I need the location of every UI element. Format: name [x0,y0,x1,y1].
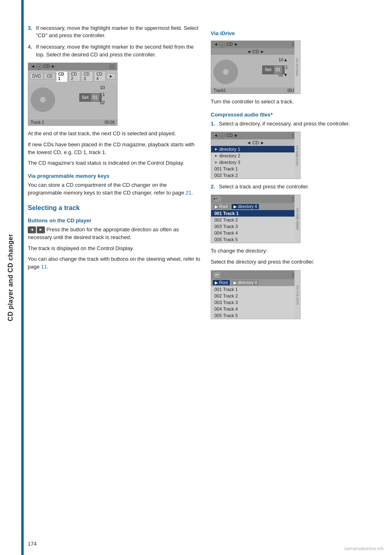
idrive-nav-row: ◄ CD ► [211,48,300,55]
cd-screen-bottom: Track 1 00:00 [28,119,117,125]
dir-sub-cd: ◄ CD ► [211,139,300,146]
compressed-step-1: 1. Select a directory, if necessary, and… [211,120,384,128]
idrive-num-10: 10▲ [278,56,288,64]
buttons-text-2: The track is displayed on the Control Di… [28,245,201,253]
two-column-layout: 3. If necessary, move the highlight mark… [28,25,384,323]
track2-row-5: 005 Track 5 [211,312,300,319]
idrive-numbers: 10▲ 11 Set 01 02▼ [278,56,288,79]
step-3: 3. If necessary, move the highlight mark… [28,25,201,39]
cd-disc-image [31,87,55,112]
step-4-num: 4. [28,43,33,58]
track-back-icon: ↩ [214,196,221,202]
track-row-3: 003 Track 3 [211,223,300,230]
dir-label-2: directory 2 [219,153,240,158]
dir-label-3: directory 3 [219,160,240,165]
selecting-track-heading: Selecting a track [28,204,201,212]
track-vertical-text-2: VS-TV1-2270 [296,285,299,304]
dir-top-left: ◄ CD ► [214,133,238,139]
dir-row-2: ► directory 2 [211,152,300,159]
cd-tab-dvd: DVD [30,73,43,79]
track2-row-1: 001 Track 1 [211,286,300,293]
buttons-period: . [47,264,49,270]
idrive-set-label: Set [265,66,272,74]
via-prog-text: You can store a CD compartment of the CD… [28,181,201,197]
dir-vertical-text: VS-N4B-5703 [296,145,299,165]
dir-icon [219,133,225,139]
cd-tab-cd: CD [44,73,55,79]
track-screen-2: ↩ ▶ Root ▶ directory 4 001 Track 1 002 T… [211,270,301,319]
via-prog-text-main: You can store a CD compartment of the CD… [28,182,184,196]
dir-label-1: directory 1 [219,147,240,152]
cd-num-10: 10 [100,84,105,92]
prev-btn[interactable]: ◄ [28,226,36,233]
step-3-text: If necessary, move the highlight marker … [36,25,201,39]
compressed-step-2: 2. Select a track and press the controll… [211,183,384,190]
dir-label-4: 001 Track 1 [214,166,238,171]
step-3-num: 3. [28,25,33,39]
idrive-track-label: Track1 [214,88,226,93]
dir-row-1: ► directory 1 [211,146,300,152]
track-row-5: 005 Track 5 [211,236,300,243]
change-dir-text-1: To change the directory: [211,247,384,255]
track-row-1: 001 Track 1 [211,210,300,217]
track-vertical-label-1: VS-N4B-4988S [294,195,300,243]
via-prog-page-link[interactable]: 21 [186,190,192,196]
track-screen-1-top: ↩ [211,195,300,203]
track2-back-icon: ↩ [214,272,220,278]
dir-screen-1-top: ◄ CD ► [211,132,300,139]
track-row-2: 002 Track 2 [211,217,300,223]
cd-tab-row: DVD CD CD 1 CD 2 CD 3 CD 4 ► [28,70,117,83]
track-vertical-label-2: VS-TV1-2270 [294,271,300,319]
dir-row-3: ► directory 3 [211,159,300,166]
cd-icon [36,64,42,69]
compressed-step-2-text: Select a track and press the controller. [219,183,384,190]
breadcrumb-dir4-1: ▶ directory 4 [232,204,259,209]
dir-vertical-label: VS-N4B-5703 [294,132,300,179]
breadcrumb-root-2: ▶ Root [213,280,230,285]
buttons-heading: Buttons on the CD player [28,217,201,224]
track2-row-3: 003 Track 3 [211,299,300,306]
via-idrive-heading: Via iDrive [211,30,384,36]
buttons-page-link[interactable]: 11 [41,264,47,270]
track-screen-1: ↩ ▶ Root ▶ directory 4 001 Track 1 002 T… [211,195,301,243]
dir-row-4: 001 Track 1 [211,166,300,172]
sidebar: CD player and CD changer [0,0,21,555]
idrive-top-left: ◄ CD ► [214,42,238,47]
idrive-top-bar: ◄ CD ► [211,41,300,48]
track-row-4: 004 Track 4 [211,230,300,236]
track-breadcrumb-1: ▶ Root ▶ directory 4 [211,203,300,210]
track-breadcrumb-2: ▶ Root ▶ directory 4 [211,279,300,286]
dir-arrow-3: ► [214,160,218,164]
dir-row-5: 002 Track 2 [211,172,300,179]
cd-set-row: Set 01 [79,93,102,102]
cd-screen-idrive: ◄ CD ► ◄ CD ► 10▲ 11 Set 01 02 [211,40,301,94]
buttons-nav-text: ◄ ► Press the button for the appropriate… [28,226,201,242]
step-4: 4. If necessary, move the highlight mark… [28,43,201,58]
cd-top-right-icon [109,64,115,69]
buttons-text-3: You can also change the track with butto… [28,255,201,271]
cd-screen-body: 10 11 Set 01 02 [28,83,117,119]
via-prog-heading: Via programmable memory keys [28,173,201,179]
idrive-bottom: Track1 00:00 [211,87,300,94]
watermark: carmanualsonline.info [344,546,384,551]
cd-time: 00:00 [105,120,115,125]
left-column: 3. If necessary, move the highlight mark… [28,25,201,323]
main-content: 3. If necessary, move the highlight mark… [28,25,384,530]
idrive-body: 10▲ 11 Set 01 02▼ [211,55,300,87]
para-2: If new CDs have been placed in the CD ma… [28,141,201,157]
cd-tab-more: ► [107,73,116,79]
cd-set-value: 01 [91,94,99,102]
cd-tab-cd2: CD 2 [69,71,80,82]
idrive-vertical-text: VS-S172001 [296,58,299,76]
idrive-icon [219,42,225,47]
turn-controller-text: Turn the controller to select a track. [211,98,384,106]
cd-set-label: Set [82,94,89,101]
step-4-text: If necessary, move the highlight marker … [36,43,201,58]
cd-numbers: 10 11 Set 01 02 [100,84,105,107]
blue-bar [21,0,24,555]
change-dir-text-2: Select the directory and press the contr… [211,258,384,266]
buttons-text-1: Press the button for the appropriate dir… [28,226,179,240]
cd-screen-left: ◄ CD ► DVD CD CD 1 CD 2 CD 3 CD 4 ► [28,63,118,126]
idrive-nav-cd: ◄ CD ► [247,49,265,54]
next-btn[interactable]: ► [37,226,45,233]
